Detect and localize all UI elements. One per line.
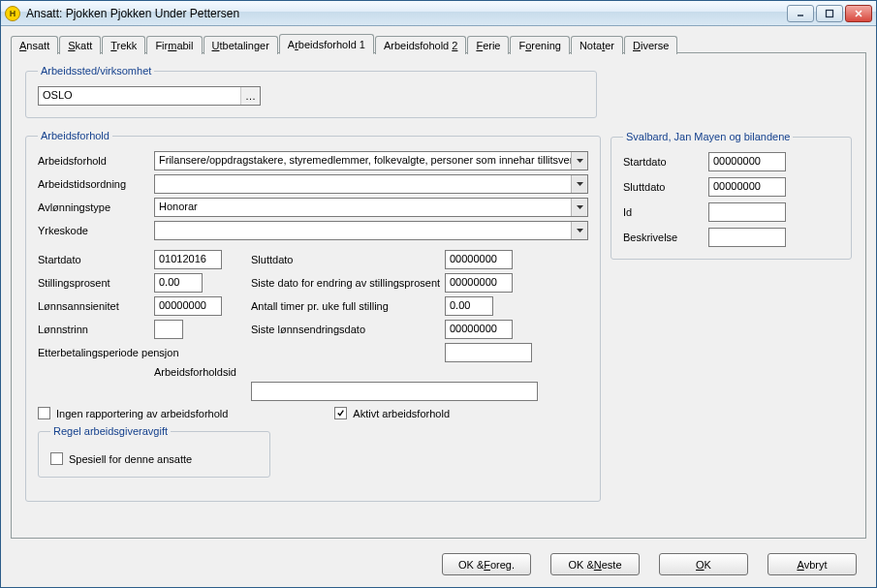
legend-arbeidsforhold: Arbeidsforhold xyxy=(38,130,112,141)
minimize-button[interactable] xyxy=(787,5,814,22)
chevron-down-icon[interactable] xyxy=(571,175,587,193)
input-sv-sluttdato[interactable]: 00000000 xyxy=(708,177,786,197)
label-antalltimer: Antall timer pr. uke full stilling xyxy=(251,300,445,312)
label-sistedato: Siste dato for endring av stillingsprose… xyxy=(251,277,445,289)
label-lonnsans: Lønnsannsienitet xyxy=(38,300,154,312)
input-stillingsprosent[interactable]: 0.00 xyxy=(154,273,203,293)
input-startdato[interactable]: 01012016 xyxy=(154,250,222,269)
tab-arbeidsfohold-2[interactable]: Arbeidsfohold 2 xyxy=(375,36,466,54)
input-sv-beskrivelse[interactable] xyxy=(708,228,786,247)
chevron-down-icon[interactable] xyxy=(571,222,587,239)
tab-skatt[interactable]: Skatt xyxy=(59,36,101,54)
checkbox-spesiell[interactable] xyxy=(50,452,63,465)
tab-firmabil[interactable]: Firmabil xyxy=(146,36,202,54)
input-lonnsans[interactable]: 00000000 xyxy=(154,296,222,316)
button-bar: OK & Foreg. OK & Neste OK Avbryt xyxy=(442,553,857,575)
checkbox-aktivt-arbeidsforhold[interactable] xyxy=(334,407,347,419)
label-sv-beskrivelse: Beskrivelse xyxy=(623,232,708,243)
ok-foreg-button[interactable]: OK & Foreg. xyxy=(442,553,531,575)
select-arbeidstidsordning[interactable] xyxy=(154,174,588,194)
label-startdato: Startdato xyxy=(38,254,154,265)
chevron-down-icon[interactable] xyxy=(571,152,587,170)
input-sistedato[interactable]: 00000000 xyxy=(445,273,513,293)
input-sv-startdato[interactable]: 00000000 xyxy=(708,152,786,171)
label-arbeidsforhold: Arbeidsforhold xyxy=(38,155,154,167)
label-ingen-rapportering: Ingen rapportering av arbeidsforhold xyxy=(56,408,228,419)
tab-diverse[interactable]: Diverse xyxy=(624,36,677,54)
select-avlonningstype[interactable]: Honorar xyxy=(154,198,588,217)
titlebar: H Ansatt: Pjokken Pjokken Under Petterse… xyxy=(1,1,876,26)
select-yrkeskode[interactable] xyxy=(154,221,588,240)
tabstrip: AnsattSkattTrekkFirmabilUtbetalingerArbe… xyxy=(11,32,866,53)
input-sistelonn[interactable]: 00000000 xyxy=(445,320,513,339)
label-avlonningstype: Avlønningstype xyxy=(38,201,154,213)
maximize-button[interactable] xyxy=(816,5,843,22)
label-etterbet: Etterbetalingsperiode pensjon xyxy=(38,347,251,358)
input-lonnstrinn[interactable] xyxy=(154,320,183,339)
avbryt-button[interactable]: Avbryt xyxy=(767,553,857,575)
label-sv-startdato: Startdato xyxy=(623,156,708,168)
label-sv-id: Id xyxy=(623,206,708,218)
label-sluttdato: Sluttdato xyxy=(251,254,445,265)
legend-regel: Regel arbeidsgiveravgift xyxy=(50,425,171,437)
workplace-browse-button[interactable]: … xyxy=(240,87,260,105)
tab-ansatt[interactable]: Ansatt xyxy=(11,36,58,54)
fieldset-svalbard: Svalbard, Jan Mayen og bilandene Startda… xyxy=(611,131,852,260)
tab-panel-arbeidsforhold1: Arbeidssted/virksomhet OSLO … Arbeidsfor… xyxy=(11,52,866,539)
tab-utbetalinger[interactable]: Utbetalinger xyxy=(204,36,278,54)
svg-rect-1 xyxy=(827,10,833,16)
input-sv-id[interactable] xyxy=(708,202,786,222)
tab-notater[interactable]: Notater xyxy=(571,36,623,54)
workplace-value[interactable]: OSLO xyxy=(39,87,240,105)
ok-button[interactable]: OK xyxy=(659,553,748,575)
label-sistelonn: Siste lønnsendringsdato xyxy=(251,324,445,335)
window-title: Ansatt: Pjokken Pjokken Under Pettersen xyxy=(26,7,787,20)
workplace-input[interactable]: OSLO … xyxy=(38,86,261,106)
input-arbfid[interactable] xyxy=(251,382,538,401)
label-arbfid: Arbeidsforholdsid xyxy=(154,366,251,378)
legend-svalbard: Svalbard, Jan Mayen og bilandene xyxy=(623,131,793,142)
fieldset-regel: Regel arbeidsgiveravgift Spesiell for de… xyxy=(38,425,270,478)
label-sv-sluttdato: Sluttdato xyxy=(623,181,708,193)
label-aktivt-arbeidsforhold: Aktivt arbeidsforhold xyxy=(353,408,450,419)
tab-arbeidsforhold-1[interactable]: Arbeidsforhold 1 xyxy=(279,34,374,54)
label-yrkeskode: Yrkeskode xyxy=(38,225,154,236)
chevron-down-icon[interactable] xyxy=(571,199,587,216)
content: AnsattSkattTrekkFirmabilUtbetalingerArbe… xyxy=(11,32,866,539)
input-etterbet[interactable] xyxy=(445,343,532,362)
fieldset-arbeidsforhold: Arbeidsforhold Arbeidsforhold Frilansere… xyxy=(25,130,601,502)
app-icon: H xyxy=(5,6,20,21)
label-spesiell: Spesiell for denne ansatte xyxy=(69,453,192,465)
label-stillingsprosent: Stillingsprosent xyxy=(38,277,154,289)
tab-forening[interactable]: Forening xyxy=(510,36,569,54)
input-sluttdato[interactable]: 00000000 xyxy=(445,250,513,269)
legend-arbeidssted: Arbeidssted/virksomhet xyxy=(38,65,154,77)
window: H Ansatt: Pjokken Pjokken Under Petterse… xyxy=(0,0,877,588)
label-lonnstrinn: Lønnstrinn xyxy=(38,324,154,335)
label-arbeidstidsordning: Arbeidstidsordning xyxy=(38,178,154,190)
ok-neste-button[interactable]: OK & Neste xyxy=(550,553,640,575)
fieldset-arbeidssted: Arbeidssted/virksomhet OSLO … xyxy=(25,65,597,118)
select-arbeidsforhold[interactable]: Frilansere/oppdragstakere, styremedlemme… xyxy=(154,151,588,170)
checkbox-ingen-rapportering[interactable] xyxy=(38,407,50,419)
tab-ferie[interactable]: Ferie xyxy=(467,36,509,54)
close-button[interactable] xyxy=(845,5,872,22)
window-controls xyxy=(787,5,872,22)
input-antalltimer[interactable]: 0.00 xyxy=(445,296,493,316)
tab-trekk[interactable]: Trekk xyxy=(102,36,145,54)
